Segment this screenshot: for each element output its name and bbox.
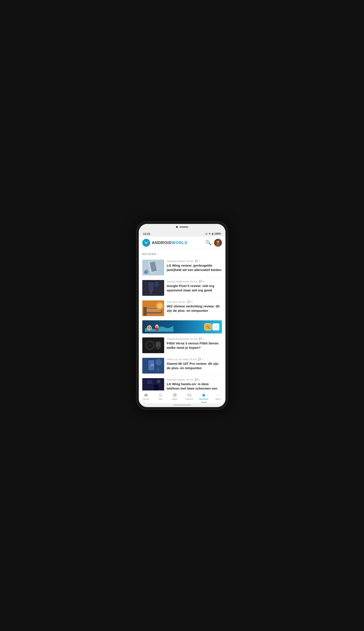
avatar[interactable] xyxy=(214,239,222,247)
logo-text: ANDROIDWORLD xyxy=(152,241,188,245)
comment-icon: 💬 xyxy=(195,260,198,262)
home-indicator xyxy=(139,403,226,407)
article-item[interactable]: Sven Brys 02 dec. 💬 5 WiZ slimme verlich… xyxy=(139,298,226,319)
comment-icon: 💬 xyxy=(199,280,202,283)
svg-point-50 xyxy=(156,368,160,372)
svg-point-1 xyxy=(145,242,146,243)
article-item[interactable]: Claudia Rahanmetan 30 nov. 💬 1 Fitbit Ve… xyxy=(139,335,226,356)
svg-rect-60 xyxy=(173,394,175,395)
svg-point-71 xyxy=(218,395,218,396)
svg-rect-62 xyxy=(173,395,175,397)
svg-rect-51 xyxy=(142,378,164,390)
article-meta: Claudia Rahanmetan 30 nov. 💬 1 xyxy=(167,338,222,340)
article-meta: Sven Brys 02 dec. 💬 5 xyxy=(167,300,222,303)
article-item[interactable]: Sebastien Marien 09 dec. 💬 1 LG Wing rev… xyxy=(139,257,226,278)
banner-ad[interactable]: 🔨 📄 xyxy=(142,320,222,334)
svg-point-41 xyxy=(148,344,152,347)
comment-count: 1 xyxy=(199,260,200,262)
nav-item-reviews[interactable]: Reviews xyxy=(196,392,211,401)
svg-point-37 xyxy=(156,327,158,328)
article-title: LG Wing review: gevleugelde (anti)held w… xyxy=(167,263,222,272)
article-date: 09 dec. xyxy=(186,260,194,262)
wifi-icon: ▼ xyxy=(208,232,211,235)
svg-point-18 xyxy=(154,282,159,287)
svg-point-70 xyxy=(216,395,217,396)
nav-item-meer[interactable]: Meer xyxy=(211,392,226,401)
svg-point-56 xyxy=(157,380,160,383)
comment-count: 1 xyxy=(203,338,204,340)
svg-rect-54 xyxy=(147,385,152,390)
article-thumbnail xyxy=(142,338,164,353)
nav-label-home: Home xyxy=(143,398,149,400)
article-author: Claudia Rahanmetan xyxy=(167,280,189,283)
status-time: 13:31 xyxy=(143,232,150,235)
article-author: Jeffrey van de Velde xyxy=(167,358,188,361)
comment-icon: 💬 xyxy=(199,338,202,340)
status-icons: ⊖ ▼ ▮ 100% xyxy=(205,232,221,235)
nav-item-tips[interactable]: Tips xyxy=(153,392,168,401)
nav-item-home[interactable]: Home xyxy=(139,392,153,401)
svg-rect-63 xyxy=(175,395,176,397)
article-meta: Sebastien Marien 26 nov. 💬 2 xyxy=(167,378,222,381)
logo-area: ANDROIDWORLD xyxy=(142,239,188,247)
svg-text:10: 10 xyxy=(150,363,154,367)
svg-point-7 xyxy=(217,241,219,243)
article-title: Fitbit Versa 3 versus Fitbit Sense: welk… xyxy=(167,341,222,350)
svg-point-44 xyxy=(158,348,159,350)
content-scroll[interactable]: REVIEWS Seba xyxy=(139,249,226,390)
comment-count: 2 xyxy=(199,378,200,381)
article-text: Sebastien Marien 26 nov. 💬 2 LG Wing han… xyxy=(167,378,222,390)
app-header: ANDROIDWORLD 🔍 xyxy=(139,237,226,249)
nav-label-games: Games xyxy=(186,398,193,400)
article-item[interactable]: Claudia Rahanmetan 06 dec. 💬 4 Google Pi… xyxy=(139,278,226,298)
phone-screen: 13:31 ⊖ ▼ ▮ 100% xyxy=(139,224,226,407)
article-title: LG Wing hands-on: is deze telefoon met t… xyxy=(167,382,222,390)
status-bar: 13:31 ⊖ ▼ ▮ 100% xyxy=(139,230,226,237)
nav-active-indicator xyxy=(201,402,207,403)
bottom-nav: Home Tips Apps xyxy=(139,390,226,403)
nav-label-meer: Meer xyxy=(216,398,221,400)
svg-point-57 xyxy=(159,394,162,396)
article-thumbnail xyxy=(142,378,164,390)
svg-point-36 xyxy=(157,326,158,327)
svg-point-49 xyxy=(156,359,162,365)
section-title-reviews: REVIEWS xyxy=(139,249,226,257)
battery-icon: ▮ xyxy=(212,232,214,235)
nav-item-games[interactable]: Games xyxy=(182,392,196,401)
home-bar xyxy=(173,405,191,405)
svg-point-35 xyxy=(156,326,156,327)
article-date: 26 nov. xyxy=(186,378,194,381)
comment-count: 5 xyxy=(191,300,192,303)
article-thumbnail xyxy=(142,260,164,275)
hammer-app-icon: 🔨 xyxy=(204,324,212,331)
comment-count: 1 xyxy=(202,358,203,361)
svg-point-8 xyxy=(216,243,220,246)
svg-rect-22 xyxy=(143,307,147,316)
nav-label-apps: Apps xyxy=(172,398,178,400)
article-text: Claudia Rahanmetan 06 dec. 💬 4 Google Pi… xyxy=(167,280,222,293)
speaker-slot xyxy=(180,226,188,227)
article-date: 29 nov. xyxy=(189,358,197,361)
logo-android: ANDROID xyxy=(152,241,172,245)
svg-rect-30 xyxy=(156,328,158,331)
article-thumbnail xyxy=(142,300,164,316)
svg-point-2 xyxy=(146,242,147,243)
svg-point-13 xyxy=(144,271,147,274)
article-author: Sebastien Marien xyxy=(167,260,186,262)
nav-item-apps[interactable]: Apps xyxy=(168,392,182,401)
battery-percent: 100% xyxy=(214,232,221,235)
search-icon[interactable]: 🔍 xyxy=(206,240,212,246)
signal-icon: ⊖ xyxy=(205,232,208,235)
comment-icon: 💬 xyxy=(187,300,190,303)
logo-world: WORLD xyxy=(172,241,188,245)
article-thumbnail: 10 xyxy=(142,358,164,374)
comment-icon: 💬 xyxy=(198,358,201,361)
nav-label-tips: Tips xyxy=(158,398,162,400)
article-item[interactable]: Sebastien Marien 26 nov. 💬 2 LG Wing han… xyxy=(139,376,226,390)
svg-point-28 xyxy=(148,327,150,329)
svg-point-0 xyxy=(144,241,148,245)
article-title: Xiaomi Mi 10T Pro review: dit zijn de pl… xyxy=(167,362,222,371)
article-item[interactable]: 10 Jeffrey van de Velde 29 nov. 💬 1 Xiao… xyxy=(139,356,226,376)
nav-label-reviews: Reviews xyxy=(199,398,208,400)
svg-point-24 xyxy=(157,303,162,308)
